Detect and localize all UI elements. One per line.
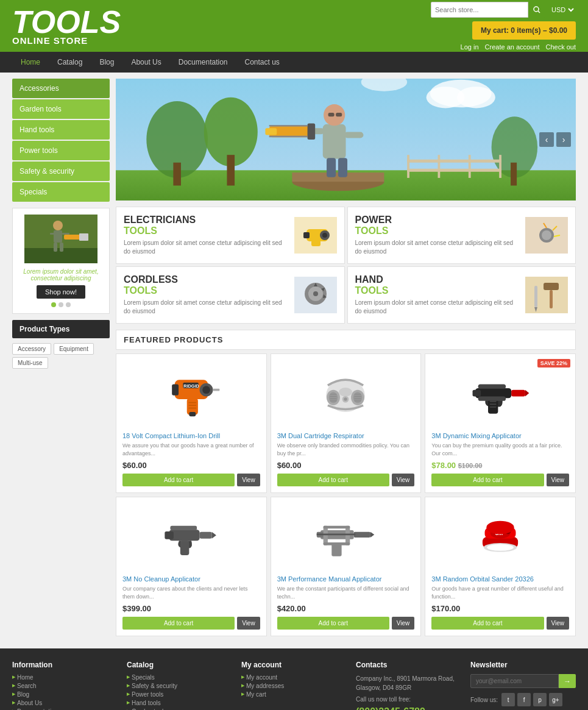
add-to-cart-manual[interactable]: Add to cart	[277, 617, 389, 630]
add-to-cart-sander[interactable]: Add to cart	[431, 617, 544, 630]
nav-about[interactable]: About Us	[122, 52, 169, 73]
view-nocleanup[interactable]: View	[237, 617, 260, 630]
svg-point-86	[339, 388, 353, 397]
tool-card-power: POWER TOOLS Lorem ipsum dolor sit amet c…	[347, 207, 576, 264]
svg-rect-106	[490, 406, 497, 408]
footer-grid: Information Home Search Blog About Us Do…	[12, 661, 576, 710]
product-desc-applicator: You can buy the premium quality goods at…	[431, 442, 569, 457]
footer-account-myaccount[interactable]: My account	[241, 674, 347, 681]
footer-catalog-hand[interactable]: Hand tools	[127, 700, 232, 706]
product-sale-price: $78.00	[431, 461, 456, 470]
shop-now-button[interactable]: Shop now!	[37, 285, 85, 299]
sidebar-item-power[interactable]: Power tools	[12, 141, 110, 160]
svg-point-4	[53, 221, 63, 230]
footer-account-addresses[interactable]: My addresses	[241, 683, 347, 689]
footer-contacts-phone: (800)2345-6789	[356, 706, 461, 710]
dot-3[interactable]	[66, 302, 71, 307]
svg-rect-75	[189, 412, 196, 416]
footer-col-info: Information Home Search Blog About Us Do…	[12, 661, 118, 710]
footer-catalog-safety[interactable]: Safety & security	[127, 683, 232, 689]
login-link[interactable]: Log in	[461, 43, 479, 51]
svg-text:RIDGID: RIDGID	[183, 383, 199, 389]
social-googleplus[interactable]: g+	[549, 693, 562, 706]
sidebar-item-specials[interactable]: Specials	[12, 182, 110, 202]
svg-rect-47	[303, 232, 310, 238]
product-desc-respirator: We observe only branded commodities poli…	[277, 442, 415, 457]
svg-rect-38	[269, 136, 308, 138]
product-name-manual[interactable]: 3M Performance Manual Applicator	[277, 575, 415, 583]
logo-main: TOOLS	[12, 6, 121, 38]
nav-home[interactable]: Home	[12, 52, 49, 73]
cart-button[interactable]: My cart: 0 item(s) – $0.00	[472, 21, 576, 40]
view-drill[interactable]: View	[237, 474, 260, 486]
svg-marker-120	[370, 532, 374, 538]
search-button[interactable]	[528, 2, 545, 18]
product-name-sander[interactable]: 3M Random Orbital Sander 20326	[431, 575, 569, 583]
nav-bar: Home Catalog Blog About Us Documentation…	[0, 52, 588, 73]
type-tag-multiuse[interactable]: Multi-use	[12, 357, 48, 369]
newsletter-email-input[interactable]	[470, 674, 559, 688]
tool-categories: ELECTRICIANS TOOLS Lorem ipsum dolor sit…	[116, 207, 576, 324]
svg-point-53	[542, 230, 551, 240]
save-badge: SAVE 22%	[537, 359, 570, 367]
nav-documentation[interactable]: Documentation	[170, 52, 236, 73]
view-manual[interactable]: View	[392, 617, 415, 630]
slider-prev[interactable]: ‹	[539, 132, 554, 147]
add-to-cart-respirator[interactable]: Add to cart	[277, 474, 389, 486]
slider-next[interactable]: ›	[556, 132, 571, 147]
product-name-respirator[interactable]: 3M Dual Cartridge Respirator	[277, 432, 415, 439]
add-to-cart-nocleanup[interactable]: Add to cart	[122, 617, 235, 630]
footer-contacts-title: Contacts	[356, 661, 461, 669]
social-facebook[interactable]: f	[517, 693, 531, 706]
footer-contacts-call: Call us now toll free:	[356, 695, 461, 704]
svg-rect-117	[324, 526, 350, 529]
view-respirator[interactable]: View	[392, 474, 415, 486]
dot-2[interactable]	[58, 302, 63, 307]
add-to-cart-applicator[interactable]: Add to cart	[431, 474, 544, 486]
follow-label: Follow us:	[470, 697, 498, 703]
svg-rect-10	[54, 243, 57, 252]
view-applicator[interactable]: View	[547, 474, 570, 486]
footer-info-search[interactable]: Search	[12, 683, 118, 689]
banner-dots	[19, 302, 103, 307]
checkout-link[interactable]: Check out	[545, 43, 576, 51]
type-tag-equipment[interactable]: Equipment	[54, 343, 94, 355]
product-name-applicator[interactable]: 3M Dynamic Mixing Applicator	[431, 432, 569, 439]
product-price-sander: $170.00	[431, 604, 569, 613]
svg-rect-108	[165, 531, 174, 539]
currency-select[interactable]: USD	[549, 5, 576, 14]
type-tag-accessory[interactable]: Accessory	[12, 343, 51, 355]
social-twitter[interactable]: t	[501, 693, 515, 706]
add-to-cart-drill[interactable]: Add to cart	[122, 474, 235, 486]
dot-1[interactable]	[51, 302, 56, 307]
svg-rect-24	[407, 160, 501, 163]
sidebar-menu: Accessories Garden tools Hand tools Powe…	[12, 79, 110, 202]
footer-catalog-title: Catalog	[127, 661, 232, 669]
create-account-link[interactable]: Create an account	[485, 43, 540, 51]
footer-catalog-power[interactable]: Power tools	[127, 691, 232, 698]
sidebar-banner-text: Lorem ipsum dolor sit amet, consectetur …	[19, 268, 103, 282]
product-name-drill[interactable]: 18 Volt Compact Lithium-Ion Drill	[122, 432, 260, 439]
footer-info-home[interactable]: Home	[12, 674, 118, 681]
nav-contact[interactable]: Contact us	[236, 52, 288, 73]
sidebar-item-accessories[interactable]: Accessories	[12, 79, 110, 98]
nav-catalog[interactable]: Catalog	[49, 52, 91, 73]
product-name-nocleanup[interactable]: 3M No Cleanup Applicator	[122, 575, 260, 583]
product-image-applicator	[431, 360, 569, 427]
svg-rect-102	[478, 385, 506, 389]
footer-info-blog[interactable]: Blog	[12, 691, 118, 698]
tool-card-cordless: CORDLESS TOOLS Lorem ipsum dolor sit ame…	[116, 266, 345, 324]
footer-account-cart[interactable]: My cart	[241, 691, 347, 698]
sidebar-item-safety[interactable]: Safety & security	[12, 162, 110, 181]
nav-blog[interactable]: Blog	[91, 52, 122, 73]
footer-catalog-specials[interactable]: Specials	[127, 674, 232, 681]
sidebar-item-hand[interactable]: Hand tools	[12, 120, 110, 140]
svg-rect-11	[60, 243, 63, 252]
footer-info-about[interactable]: About Us	[12, 700, 118, 706]
search-input[interactable]	[431, 2, 528, 18]
newsletter-submit[interactable]: →	[559, 674, 576, 688]
svg-rect-9	[79, 233, 88, 241]
social-pinterest[interactable]: p	[533, 693, 547, 706]
sidebar-item-garden[interactable]: Garden tools	[12, 99, 110, 119]
view-sander[interactable]: View	[547, 617, 570, 630]
